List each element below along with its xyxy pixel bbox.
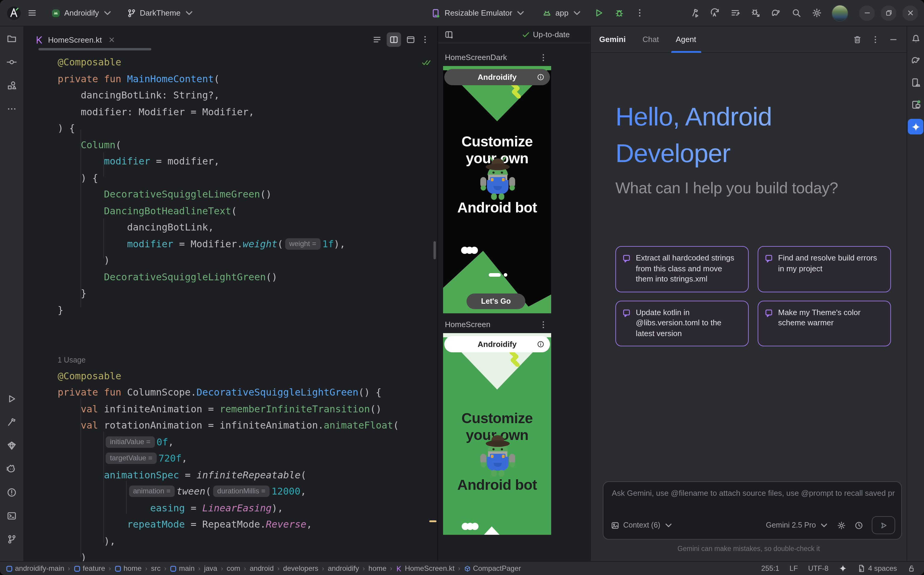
hide-panel-icon[interactable] (889, 35, 898, 44)
code-line[interactable]: easing = LinearEasing), (58, 500, 437, 516)
breadcrumb-item[interactable]: CompactPager (464, 564, 521, 573)
spark-icon[interactable] (839, 564, 847, 573)
device-manager-icon[interactable] (908, 75, 923, 90)
suggestion-card[interactable]: Make my Theme's color scheme warmer (758, 300, 891, 346)
problems-tool-icon[interactable] (3, 484, 20, 500)
split-editor-icon[interactable] (386, 32, 401, 47)
breadcrumb-item[interactable]: java (204, 564, 217, 573)
breadcrumb-item[interactable]: developers (283, 564, 318, 573)
code-line[interactable]: } (58, 302, 437, 318)
breadcrumb-item[interactable]: main (170, 564, 194, 573)
device-selector[interactable]: Resizable Emulator (427, 4, 530, 22)
run-tool-icon[interactable] (3, 390, 20, 407)
editor-horizontal-scrollbar[interactable] (38, 48, 151, 51)
code-line[interactable]: DecorativeSquiggleLimeGreen() (58, 186, 437, 203)
tab-agent[interactable]: Agent (676, 26, 696, 52)
project-tool-icon[interactable] (3, 30, 20, 47)
kebab-icon[interactable] (871, 35, 880, 44)
breadcrumb-item[interactable]: androidify-main (6, 564, 64, 573)
breadcrumb-item[interactable]: src (151, 564, 161, 573)
code-line[interactable]: animationSpec = infiniteRepeatable( (58, 467, 437, 483)
caret-position[interactable]: 255:1 (761, 564, 779, 573)
app-quality-insights-icon[interactable] (3, 437, 20, 454)
file-list-icon[interactable] (370, 32, 384, 47)
inspections-ok-icon[interactable] (421, 58, 431, 67)
code-line[interactable]: ), (58, 533, 437, 549)
preview-name-dark[interactable]: HomeScreenDark (445, 53, 507, 62)
restore-button[interactable] (881, 5, 896, 21)
code-line[interactable]: DancingBotHeadlineText( (58, 203, 437, 219)
history-icon[interactable] (854, 521, 864, 530)
notifications-icon[interactable] (908, 30, 923, 46)
version-control-tool-icon[interactable] (3, 531, 20, 547)
debug-button[interactable] (611, 5, 628, 21)
code-line[interactable]: private fun MainHomeContent( (58, 70, 437, 87)
resource-manager-icon[interactable] (3, 77, 20, 94)
usage-hint[interactable]: 1 Usage (58, 356, 86, 364)
code-line[interactable]: Column( (58, 137, 437, 153)
context-selector[interactable]: Context (6) (623, 521, 660, 529)
tab-chat[interactable]: Chat (643, 26, 659, 52)
main-menu-button[interactable] (24, 5, 40, 21)
code-line[interactable]: dancingBotLink, (58, 219, 437, 235)
code-line[interactable] (58, 335, 437, 351)
terminal-tool-icon[interactable] (3, 507, 20, 524)
indent-setting[interactable]: 4 spaces (857, 564, 897, 573)
profiler-sessions-icon[interactable] (727, 5, 743, 21)
run-configuration-selector[interactable]: app (538, 4, 586, 22)
code-line[interactable]: @Composable (58, 54, 437, 70)
line-ending[interactable]: LF (789, 564, 798, 573)
code-line[interactable]: private fun ColumnScope.DecorativeSquigg… (58, 384, 437, 401)
preview-options-icon[interactable] (539, 53, 548, 62)
suggestion-card[interactable]: Find and resolve build errors in my proj… (758, 246, 891, 292)
code-line[interactable]: ) { (58, 170, 437, 186)
info-icon[interactable] (537, 340, 545, 348)
preview-pane-icon[interactable] (404, 32, 418, 47)
model-selector[interactable]: Gemini 2.5 Pro (766, 521, 816, 529)
prompt-input[interactable]: Ask Gemini, use @filename to attach sour… (603, 482, 901, 504)
editor-vertical-scrollbar[interactable] (434, 241, 436, 259)
more-tool-windows-icon[interactable] (3, 100, 20, 117)
breadcrumb-item[interactable]: android (250, 564, 274, 573)
build-tool-icon[interactable] (3, 413, 20, 430)
breadcrumb-item[interactable]: home (368, 564, 386, 573)
attach-image-icon[interactable] (611, 521, 620, 530)
code-line[interactable] (58, 318, 437, 335)
gemini-prompt-box[interactable]: Ask Gemini, use @filename to attach sour… (603, 481, 902, 540)
code-line[interactable]: } (58, 285, 437, 302)
code-line[interactable]: ) { (58, 120, 437, 137)
preview-options-icon[interactable] (539, 320, 548, 329)
unlock-icon[interactable] (907, 564, 916, 573)
code-line[interactable]: @Composable (58, 368, 437, 384)
gemini-settings-icon[interactable] (837, 521, 846, 530)
send-button[interactable] (872, 516, 895, 534)
code-line[interactable]: modifier = Modifier.weight(weight =1f), (58, 235, 437, 252)
breadcrumb-item[interactable]: HomeScreen.kt (396, 564, 455, 573)
breadcrumb-item[interactable]: com (227, 564, 240, 573)
suggestion-card[interactable]: Extract all hardcoded strings from this … (615, 246, 749, 292)
sync-refactor-icon[interactable] (706, 5, 723, 21)
breadcrumb-item[interactable]: home (115, 564, 142, 573)
breadcrumb-item[interactable]: feature (73, 564, 105, 573)
trash-icon[interactable] (852, 35, 862, 44)
preview-layout-icon[interactable] (444, 30, 454, 39)
more-run-options-button[interactable] (631, 5, 649, 21)
info-icon[interactable] (537, 73, 545, 81)
code-line[interactable]: ) (58, 252, 437, 268)
suggestion-card[interactable]: Update kotlin in @libs.version.toml to t… (615, 300, 749, 346)
running-devices-icon[interactable] (908, 97, 923, 112)
breadcrumb-item[interactable]: androidify (328, 564, 359, 573)
code-line[interactable]: targetValue =720f, (58, 450, 437, 467)
code-line[interactable]: initialValue =0f, (58, 434, 437, 450)
commit-tool-icon[interactable] (3, 53, 20, 70)
lets-go-button[interactable]: Let's Go (466, 294, 525, 309)
code-line[interactable]: val rotationAnimation = infiniteAnimatio… (58, 417, 437, 434)
gradle-sync-icon[interactable] (767, 5, 784, 21)
preview-homescreen[interactable]: Androidify Customize your own Android bo… (443, 333, 551, 535)
tab-options-button[interactable] (418, 32, 432, 47)
run-button[interactable] (591, 5, 608, 21)
gemini-tool-icon[interactable] (908, 119, 923, 135)
project-selector[interactable]: Androidify (47, 4, 116, 22)
code-line[interactable]: ) (58, 549, 437, 561)
code-line[interactable]: dancingBotLink: String?, (58, 87, 437, 103)
